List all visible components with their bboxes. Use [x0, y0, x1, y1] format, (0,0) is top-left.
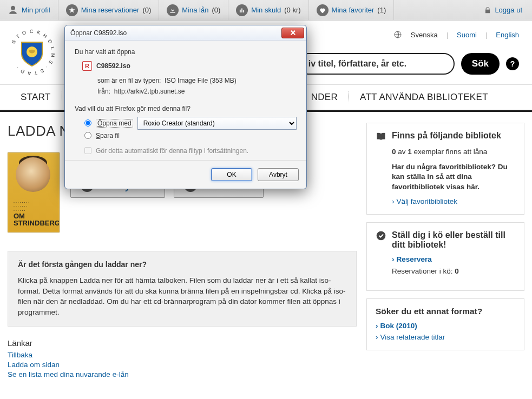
auto-checkbox[interactable] [84, 147, 91, 154]
infobox-heading: Är det första gången du laddar ner? [18, 260, 346, 269]
download-icon [167, 4, 179, 16]
links-section: Länkar Tillbaka Ladda om sidan Se en lis… [8, 338, 357, 378]
dialog-lead: Du har valt att öppna [75, 48, 297, 56]
link-back[interactable]: Tillbaka [8, 351, 357, 359]
site-logo[interactable]: S T O C K H O L M S · S T A D · [8, 28, 56, 77]
nav-loans[interactable]: Mina lån (0) [159, 0, 228, 20]
nav-profile[interactable]: Min profil [0, 0, 58, 20]
dialog-ok-button[interactable]: OK [211, 168, 252, 181]
other-format-box: Söker du ett annat format? ›Bok (2010) ›… [366, 298, 524, 350]
nav-logout-label[interactable]: Logga ut [495, 6, 522, 14]
svg-rect-2 [244, 10, 245, 12]
language-switcher: Svenska | Suomi | English [393, 30, 519, 39]
save-file-radio[interactable] [84, 132, 91, 139]
search-bar: Sök ? [298, 53, 519, 75]
help-button[interactable]: ? [506, 57, 519, 70]
mainnav-use-library[interactable]: ATT ANVÄNDA BIBLIOTEKET [349, 85, 499, 110]
nav-debt-label[interactable]: Min skuld [251, 6, 281, 14]
open-with-select[interactable]: Roxio Creator (standard) [137, 117, 297, 130]
nav-loans-label[interactable]: Mina lån [182, 6, 208, 14]
infobox-body: Klicka på knappen Ladda ner för att hämt… [18, 275, 346, 317]
nav-profile-label[interactable]: Min profil [22, 6, 50, 14]
lock-icon [484, 6, 491, 14]
bars-icon [236, 4, 248, 16]
choose-favorite-link[interactable]: ›Välj favoritbibliotek [392, 197, 457, 205]
check-circle-icon [376, 230, 386, 241]
save-file-label: Spara fil [96, 132, 120, 139]
nav-debt[interactable]: Min skuld (0 kr) [228, 0, 308, 20]
top-nav: Min profil Mina reservationer (0) Mina l… [0, 0, 532, 21]
file-type-icon: R [82, 61, 92, 71]
lang-suomi[interactable]: Suomi [457, 31, 477, 39]
download-dialog: Öppnar C98592.iso Du har valt att öppna … [64, 25, 307, 189]
star-icon [66, 4, 78, 16]
open-with-row: Öppna med Roxio Creator (standard) [84, 117, 297, 130]
dialog-filename: C98592.iso [96, 62, 130, 70]
search-input[interactable] [298, 53, 455, 75]
svg-point-6 [377, 231, 386, 241]
globe-icon [393, 30, 402, 39]
close-icon [290, 30, 296, 36]
user-icon [8, 5, 18, 16]
mainnav-start[interactable]: START [10, 85, 62, 110]
shield-icon [21, 41, 43, 67]
heart-icon [317, 4, 329, 16]
mainnav-item-partial[interactable]: NDER [300, 85, 349, 110]
nav-favorites-count: (1) [377, 6, 386, 14]
auto-label: Gör detta automatiskt för denna filtyp i… [96, 147, 248, 155]
dialog-cancel-button[interactable]: Avbryt [258, 168, 299, 181]
links-heading: Länkar [8, 338, 357, 348]
nav-reservations-label[interactable]: Mina reservationer [81, 6, 140, 14]
open-with-label: Öppna med [96, 119, 133, 128]
first-time-info: Är det första gången du laddar ner? Klic… [8, 251, 357, 327]
availability-box: Finns på följande bibliotek 0 av 1 exemp… [366, 123, 524, 215]
nav-loans-count: (0) [212, 6, 220, 14]
nav-favorites-label[interactable]: Mina favoriter [332, 6, 375, 14]
favorite-prompt: Har du några favoritbibliotek? Du kan st… [392, 162, 515, 192]
link-current-loans[interactable]: Se en lista med dina nuvarande e-lån [8, 370, 357, 378]
save-file-row: Spara fil [84, 132, 297, 139]
lang-current: Svenska [411, 31, 438, 39]
dialog-source: http://arkiv2.tpb.sunet.se [114, 88, 185, 95]
nav-favorites[interactable]: Mina favoriter (1) [309, 0, 395, 20]
dialog-title: Öppnar C98592.iso [70, 29, 127, 37]
lang-english[interactable]: English [496, 31, 519, 39]
dialog-close-button[interactable] [281, 28, 304, 38]
queue-box: Ställ dig i kö eller beställ till ditt b… [366, 222, 524, 291]
reserve-link[interactable]: ›Reservera [392, 255, 432, 263]
nav-logout[interactable]: Logga ut [474, 0, 532, 20]
book-cover[interactable]: · · · · · · · ·· · · · · · ·· · · · · · … [8, 152, 60, 232]
book-open-icon [376, 131, 386, 142]
dialog-filetype: ISO Image File (353 MB) [165, 77, 237, 84]
link-reload[interactable]: Ladda om sidan [8, 361, 357, 369]
svg-rect-1 [241, 8, 242, 12]
related-titles-link[interactable]: ›Visa relaterade titlar [376, 333, 515, 341]
dialog-titlebar[interactable]: Öppnar C98592.iso [65, 25, 306, 41]
availability-count: 0 av 1 exemplar finns att låna [392, 147, 515, 157]
search-button[interactable]: Sök [461, 53, 500, 75]
queue-heading: Ställ dig i kö eller beställ till ditt b… [392, 230, 515, 250]
availability-heading: Finns på följande bibliotek [392, 131, 501, 141]
nav-debt-count: (0 kr) [284, 6, 300, 14]
dialog-question: Vad vill du att Firefox gör med denna fi… [75, 105, 297, 112]
other-format-heading: Söker du ett annat format? [376, 307, 515, 316]
queue-count: Reservationer i kö: 0 [392, 267, 515, 276]
nav-reservations[interactable]: Mina reservationer (0) [58, 0, 160, 20]
open-with-radio[interactable] [84, 119, 91, 127]
svg-rect-0 [240, 9, 241, 12]
nav-reservations-count: (0) [142, 6, 151, 14]
book-format-link[interactable]: ›Bok (2010) [376, 322, 515, 330]
